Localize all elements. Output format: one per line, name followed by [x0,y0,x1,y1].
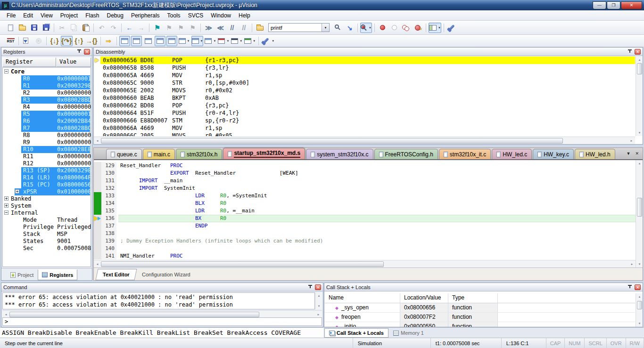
trace-window-dropdown[interactable]: ▼ [231,36,243,46]
bottom-tab-memory-1[interactable]: Memory 1 [388,328,429,338]
dropdown-arrow-icon[interactable]: ▼ [369,26,372,29]
dropdown-arrow-icon[interactable]: ▼ [438,26,441,29]
register-row-mode[interactable]: ModeThread [2,217,91,224]
register-row-r13-sp[interactable]: R13 (SP)0x20003298 [2,167,91,174]
menu-debug[interactable]: Debug [103,11,127,20]
tree-expander[interactable]: − [4,69,8,73]
disassembly-row[interactable]: 0x08000656 BD0EPOP{r1-r3,pc} [94,57,635,64]
find-button[interactable] [332,23,343,33]
command-input[interactable]: > [2,317,322,326]
menu-project[interactable]: Project [57,11,82,20]
dropdown-arrow-icon[interactable]: ▼ [239,40,242,42]
scroll-right-arrow[interactable]: ► [628,261,636,267]
disassembly-row[interactable]: 0x08000662 BD08POP{r3,pc} [94,102,635,109]
toolbox-dropdown[interactable]: ▼ [261,36,275,46]
dropdown-arrow-icon[interactable]: ▼ [200,40,203,42]
step-out-button[interactable]: {↑} [74,36,84,46]
scrollbar-thumb[interactable] [101,261,384,267]
scroll-up-arrow[interactable]: ▲ [315,292,322,299]
scrollbar-thumb[interactable] [637,198,642,217]
menu-file[interactable]: File [3,11,19,20]
callstack-row--sys-open[interactable]: ◆_sys_open0x08000656function [325,303,635,313]
register-row-banked[interactable]: +Banked [2,195,91,202]
callstack-row--initio[interactable]: ◆_initio0x08000550function [325,322,635,327]
editor-tab-system-stm32f10x-c[interactable]: system_stm32f10x.c [306,149,373,159]
disassembly-listing[interactable]: 0x08000656 BD0EPOP{r1-r3,pc}0x08000658 B… [94,57,635,136]
bookmark-toggle-button[interactable]: ⚑ [152,23,163,33]
scroll-down-arrow[interactable]: ▼ [636,129,643,136]
editor-tab-freertosconfig-h[interactable]: FreeRTOSConfig.h [374,149,438,159]
editor-tab-hw-led-c[interactable]: HW_led.c [492,149,532,159]
command-close-button[interactable] [315,284,321,290]
comment-button[interactable]: // [227,23,238,33]
dropdown-arrow-icon[interactable]: ▼ [272,40,274,42]
disassembly-window-button[interactable] [131,36,142,46]
callstack-pin-button[interactable] [627,285,632,290]
callstack-vertical-scrollbar[interactable]: ▲ ▼ [636,293,643,327]
scroll-right-arrow[interactable]: ► [315,311,322,318]
disassembly-horizontal-scrollbar[interactable]: ◄ ► [94,137,635,144]
register-row-xpsr[interactable]: +xPSR0x01000000 [2,188,91,195]
scroll-up-arrow[interactable]: ▲ [636,293,643,300]
dropdown-arrow-icon[interactable]: ▼ [226,40,229,42]
register-row-r14-lr[interactable]: R14 (LR)0x0800064F [2,174,91,181]
toggle-breakpoint-button[interactable] [389,23,400,33]
watch-window-dropdown[interactable]: ▼ [178,36,190,46]
type-column-header[interactable]: Type [448,293,498,303]
register-row-r4[interactable]: R40x00000000 [2,104,91,111]
scroll-up-arrow[interactable]: ▲ [636,57,643,63]
scrollbar-thumb[interactable] [637,301,642,309]
minimize-button[interactable]: — [593,1,606,9]
menu-view[interactable]: View [37,11,57,20]
register-row-core[interactable]: −Core [2,68,91,75]
incremental-find-button[interactable]: ↘ [344,23,355,33]
scrollbar-thumb[interactable] [101,138,563,144]
register-row-r9[interactable]: R90x00000000 [2,139,91,146]
scrollbar-thumb[interactable] [637,63,642,74]
register-row-r6[interactable]: R60x20002B84 [2,118,91,125]
tree-expander[interactable]: + [4,196,8,201]
uncomment-button[interactable]: // [239,23,249,33]
scroll-left-arrow[interactable]: ◄ [94,138,101,144]
register-row-r1[interactable]: R10x20003298 [2,82,91,89]
disassembly-row[interactable]: 0x0800066A 4669MOVr1,sp [94,124,635,132]
memory-window-dropdown[interactable]: ▼ [191,36,204,46]
scroll-down-arrow[interactable]: ▼ [636,320,643,327]
registers-pin-button[interactable] [77,49,82,54]
insert-breakpoint-button[interactable] [377,23,388,33]
run-to-cursor-button[interactable]: →{} [85,36,98,46]
command-horizontal-scrollbar[interactable]: ◄ ► [2,310,322,318]
save-button[interactable] [29,23,40,33]
menu-tools[interactable]: Tools [164,11,184,20]
tree-expander[interactable]: − [4,210,8,215]
register-row-r2[interactable]: R20x00000000 [2,89,91,97]
scroll-up-arrow[interactable]: ▲ [636,160,643,167]
project-windows-dropdown[interactable]: ▼ [429,23,441,33]
register-row-privilege[interactable]: PrivilegePrivileged [2,224,91,231]
disassembly-row[interactable]: 0x08000664 B51FPUSH{r0-r4,lr} [94,109,635,117]
register-row-stack[interactable]: StackMSP [2,231,91,238]
open-file-button[interactable] [17,23,28,33]
editor-vertical-scrollbar[interactable]: ▲ ▼ [636,160,643,267]
scroll-left-arrow[interactable]: ◄ [94,261,101,267]
run-button[interactable] [21,36,32,46]
find-in-files-button[interactable] [255,23,265,33]
tab-list-dropdown-icon[interactable]: ▼ [627,151,631,156]
paste-button[interactable] [80,23,91,33]
register-row-r7[interactable]: R70x080028BC [2,125,91,132]
menu-peripherals[interactable]: Peripherals [127,11,164,20]
panel-tab-registers[interactable]: Registers [38,269,77,280]
show-next-statement-button[interactable]: ⇒ [103,36,114,46]
configure-button[interactable] [446,23,457,33]
register-row-internal[interactable]: −Internal [2,210,91,217]
editor-tab-startup-stm32f10x-md-s[interactable]: startup_stm32f10x_md.s [223,148,305,159]
analysis-window-dropdown[interactable]: ▼ [217,36,230,46]
disable-all-breakpoints-button[interactable] [401,23,412,33]
disassembly-vertical-scrollbar[interactable]: ▲ ▼ [636,57,643,136]
register-column-header[interactable]: Register [2,57,56,67]
save-all-button[interactable] [41,23,51,33]
disassembly-row[interactable]: 0x0800065E 2002MOVSr0,#0x02 [94,87,635,94]
register-row-r15-pc[interactable]: R15 (PC)0x08000656 [2,181,91,188]
restore-button[interactable]: ❐ [607,1,620,9]
name-column-header[interactable]: Name [325,293,400,303]
